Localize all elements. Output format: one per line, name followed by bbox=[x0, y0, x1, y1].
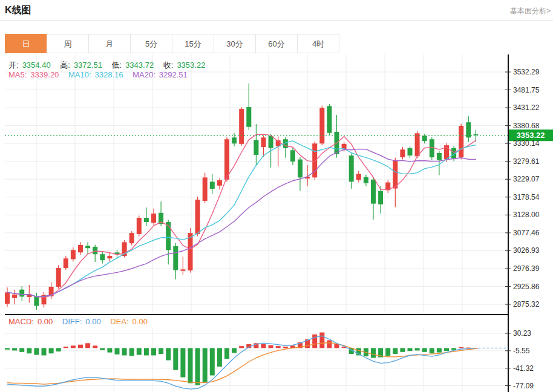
ma10-line bbox=[7, 141, 476, 297]
macd-hist-bar bbox=[42, 348, 47, 355]
dea-line bbox=[7, 343, 476, 385]
tab-30min[interactable]: 30分 bbox=[214, 34, 256, 53]
macd-hist-bar bbox=[195, 348, 200, 385]
macd-axis-label: -5.55 bbox=[513, 347, 530, 355]
tab-15min[interactable]: 15分 bbox=[172, 34, 214, 53]
candle-body bbox=[254, 140, 258, 155]
macd-hist-bar bbox=[64, 347, 68, 348]
y-axis-label: 2875.32 bbox=[513, 300, 540, 309]
candle-body bbox=[290, 150, 295, 162]
macd-hist-bar bbox=[459, 347, 463, 348]
macd-hist-bar bbox=[137, 348, 142, 354]
fundamental-analysis-link[interactable]: 基本面分析> bbox=[510, 6, 551, 16]
macd-hist-bar bbox=[283, 347, 288, 348]
candle-body bbox=[151, 214, 156, 223]
candle-body bbox=[12, 295, 17, 298]
tab-5min[interactable]: 5分 bbox=[130, 34, 172, 53]
page-header: K线图 基本面分析> bbox=[0, 0, 553, 21]
macd-hist-bar bbox=[100, 348, 105, 350]
macd-hist-bar bbox=[34, 348, 39, 354]
macd-axis-label: 30.23 bbox=[513, 329, 531, 338]
y-axis-label: 3279.61 bbox=[513, 157, 540, 166]
dea-value: 0.00 bbox=[133, 317, 148, 326]
candle-body bbox=[269, 136, 273, 148]
tab-month[interactable]: 月 bbox=[88, 34, 131, 53]
open-label: 开: bbox=[8, 60, 19, 70]
candle-body bbox=[180, 269, 185, 270]
tab-week[interactable]: 周 bbox=[47, 34, 89, 53]
candle-body bbox=[166, 222, 171, 250]
macd-hist-bar bbox=[437, 348, 442, 352]
y-axis-label: 3532.29 bbox=[513, 68, 540, 76]
macd-hist-bar bbox=[335, 344, 339, 348]
candle-body bbox=[93, 247, 97, 254]
macd-hist-bar bbox=[239, 346, 244, 348]
macd-hist-bar bbox=[319, 333, 324, 348]
candle-body bbox=[239, 109, 244, 144]
macd-hist-bar bbox=[203, 348, 208, 382]
candle-body bbox=[246, 107, 251, 127]
macd-hist-bar bbox=[5, 348, 10, 349]
candle-body bbox=[319, 108, 324, 143]
macd-axis-label: -41.32 bbox=[513, 364, 534, 373]
macd-hist-bar bbox=[93, 345, 97, 348]
ma20-label: MA20: bbox=[133, 70, 155, 79]
high-label: 高: bbox=[60, 60, 70, 70]
macd-hist-bar bbox=[444, 348, 449, 351]
macd-axis-label: -77.09 bbox=[513, 382, 534, 390]
tab-60min[interactable]: 60分 bbox=[255, 34, 298, 53]
candle-body bbox=[78, 245, 83, 252]
ma10-value: 3328.16 bbox=[95, 70, 123, 79]
candle-body bbox=[415, 133, 420, 156]
macd-hist-bar bbox=[12, 348, 17, 350]
macd-hist-bar bbox=[217, 348, 222, 367]
candle-body bbox=[349, 155, 354, 181]
macd-hist-bar bbox=[129, 348, 134, 356]
macd-hist-bar bbox=[188, 348, 193, 383]
candle-body bbox=[378, 191, 383, 204]
candle-body bbox=[71, 250, 76, 259]
macd-hist-bar bbox=[232, 348, 237, 353]
macd-label: MACD: bbox=[8, 317, 34, 326]
macd-hist-bar bbox=[327, 340, 332, 348]
candle-body bbox=[203, 177, 208, 201]
y-axis-label: 2925.86 bbox=[513, 283, 540, 291]
candle-body bbox=[298, 160, 303, 178]
macd-hist-bar bbox=[144, 348, 149, 355]
close-value: 3353.22 bbox=[177, 60, 205, 70]
macd-hist-bar bbox=[173, 348, 178, 370]
period-tab-bar: 日 周 月 5分 15分 30分 60分 4时 bbox=[5, 34, 339, 53]
y-axis-label: 3026.93 bbox=[513, 246, 540, 255]
tab-day[interactable]: 日 bbox=[5, 34, 47, 53]
ma5-value: 3339.20 bbox=[30, 70, 59, 79]
macd-hist-bar bbox=[312, 335, 317, 348]
macd-hist-bar bbox=[151, 348, 156, 355]
macd-hist-bar bbox=[27, 348, 31, 353]
candle-body bbox=[232, 137, 237, 143]
current-price-tag-value: 3353.22 bbox=[517, 131, 545, 140]
candle-body bbox=[64, 258, 68, 268]
ma20-line bbox=[7, 149, 476, 296]
candle-body bbox=[437, 153, 442, 160]
candle-body bbox=[34, 296, 39, 306]
y-axis-label: 3330.14 bbox=[513, 139, 540, 148]
page-title: K线图 bbox=[5, 4, 31, 17]
candle-body bbox=[107, 256, 112, 258]
candle-body bbox=[430, 139, 434, 157]
macd-hist-bar bbox=[276, 346, 281, 348]
kline-chart[interactable]: 3353.223532.293481.753431.223380.683330.… bbox=[0, 53, 553, 392]
ma20-value: 3292.51 bbox=[159, 70, 188, 79]
candle-body bbox=[100, 254, 105, 260]
macd-hist-bar bbox=[224, 348, 229, 359]
macd-hist-bar bbox=[115, 348, 120, 354]
candle-body bbox=[224, 139, 229, 180]
macd-hist-bar bbox=[56, 348, 61, 351]
macd-hist-bar bbox=[122, 348, 127, 355]
macd-hist-bar bbox=[85, 343, 90, 348]
candle-body bbox=[422, 136, 427, 141]
tab-4hour[interactable]: 4时 bbox=[297, 34, 339, 53]
candle-body bbox=[327, 106, 332, 132]
y-axis-label: 3229.07 bbox=[513, 175, 540, 183]
macd-value: 0.00 bbox=[38, 317, 53, 326]
macd-hist-bar bbox=[408, 348, 413, 351]
